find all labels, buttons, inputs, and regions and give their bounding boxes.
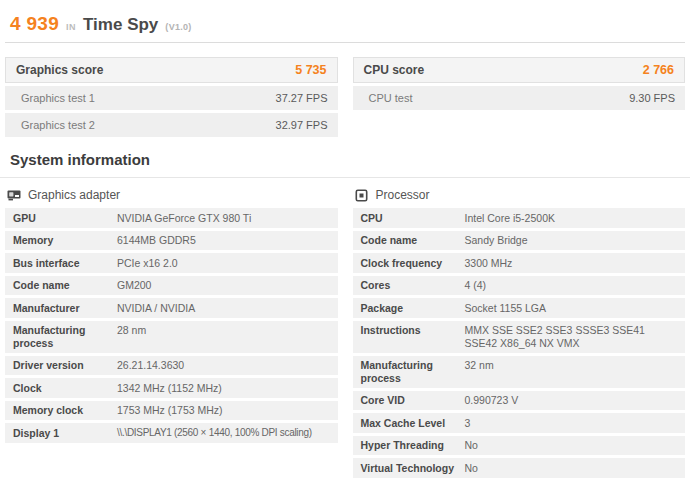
spec-value: 28 nm [117, 324, 330, 349]
spec-value: No [465, 439, 678, 452]
test-label: Graphics test 1 [21, 92, 95, 104]
spec-label: Code name [361, 234, 465, 247]
spec-label: Clock [13, 382, 117, 395]
graphics-adapter-rows: GPU NVIDIA GeForce GTX 980 Ti Memory 614… [5, 208, 338, 443]
spec-row: Instructions MMX SSE SSE2 SSE3 SSSE3 SSE… [353, 321, 686, 353]
spec-label: Max Cache Level [361, 417, 465, 430]
spec-row: Memory clock 1753 MHz (1753 MHz) [5, 401, 338, 421]
cpu-score-box: CPU score 2 766 CPU test 9.30 FPS [353, 57, 686, 137]
overall-score: 4 939 [10, 13, 59, 35]
spec-label: Clock frequency [361, 257, 465, 270]
spec-label: Manufacturing process [361, 359, 465, 384]
spec-row: Cores 4 (4) [353, 276, 686, 296]
spec-row: Package Socket 1155 LGA [353, 298, 686, 318]
spec-value: 26.21.14.3630 [117, 359, 330, 372]
processor-rows: CPU Intel Core i5-2500K Code name Sandy … [353, 208, 686, 478]
cpu-score-title: CPU score [364, 63, 425, 77]
graphics-adapter-title: Graphics adapter [28, 188, 120, 202]
spec-label: Hyper Threading [361, 439, 465, 452]
benchmark-result-page: 4 939 IN Time Spy (V1.0) Graphics score … [0, 0, 690, 480]
spec-row: Clock 1342 MHz (1152 MHz) [5, 378, 338, 398]
result-header: 4 939 IN Time Spy (V1.0) [5, 0, 685, 43]
spec-label: Instructions [361, 324, 465, 349]
spec-value: MMX SSE SSE2 SSE3 SSSE3 SSE41 SSE42 X86_… [465, 324, 678, 349]
spec-value: Sandy Bridge [465, 234, 678, 247]
spec-label: Code name [13, 279, 117, 292]
spec-value: \\.\DISPLAY1 (2560 × 1440, 100% DPI scal… [117, 427, 330, 440]
section-divider [0, 177, 690, 178]
spec-row: Max Cache Level 3 [353, 413, 686, 433]
spec-row: Display 1 \\.\DISPLAY1 (2560 × 1440, 100… [5, 423, 338, 443]
graphics-score-value: 5 735 [295, 63, 326, 77]
spec-label: Manufacturing process [13, 324, 117, 349]
spec-value: 1753 MHz (1753 MHz) [117, 404, 330, 417]
spec-label: Package [361, 302, 465, 315]
graphics-adapter-table: Graphics adapter GPU NVIDIA GeForce GTX … [5, 184, 338, 446]
graphics-score-header: Graphics score 5 735 [5, 57, 338, 83]
spec-value: Socket 1155 LGA [465, 302, 678, 315]
spec-row: Clock frequency 3300 MHz [353, 253, 686, 273]
spec-value: Intel Core i5-2500K [465, 212, 678, 225]
score-test-row: Graphics test 1 37.27 FPS [5, 86, 338, 110]
processor-table: Processor CPU Intel Core i5-2500K Code n… [353, 184, 686, 480]
spec-row: Code name Sandy Bridge [353, 231, 686, 251]
spec-value: 3 [465, 417, 678, 430]
spec-label: Core VID [361, 394, 465, 407]
spec-row: Virtual Technology No [353, 458, 686, 478]
spec-row: Hyper Threading No [353, 436, 686, 456]
cpu-test-rows: CPU test 9.30 FPS [353, 86, 686, 110]
test-fps-value: 37.27 FPS [276, 92, 328, 104]
spec-row: Core VID 0.990723 V [353, 391, 686, 411]
in-label: IN [66, 22, 76, 32]
spec-label: Bus interface [13, 257, 117, 270]
processor-title: Processor [376, 188, 430, 202]
spec-value: 32 nm [465, 359, 678, 384]
cpu-score-value: 2 766 [643, 63, 674, 77]
spec-value: 3300 MHz [465, 257, 678, 270]
spec-label: Driver version [13, 359, 117, 372]
score-boxes: Graphics score 5 735 Graphics test 1 37.… [5, 57, 685, 137]
spec-value: NVIDIA GeForce GTX 980 Ti [117, 212, 330, 225]
spec-label: Memory [13, 234, 117, 247]
spec-label: Cores [361, 279, 465, 292]
score-test-row: Graphics test 2 32.97 FPS [5, 113, 338, 137]
test-label: CPU test [369, 92, 413, 104]
cpu-chip-icon [355, 189, 369, 202]
spec-value: NVIDIA / NVIDIA [117, 302, 330, 315]
spec-row: Driver version 26.21.14.3630 [5, 356, 338, 376]
spec-value: 4 (4) [465, 279, 678, 292]
benchmark-title: Time Spy [83, 15, 158, 35]
test-label: Graphics test 2 [21, 119, 95, 131]
spec-value: PCIe x16 2.0 [117, 257, 330, 270]
spec-row: Memory 6144MB GDDR5 [5, 231, 338, 251]
spec-label: Virtual Technology [361, 462, 465, 475]
graphics-adapter-header: Graphics adapter [5, 184, 338, 208]
spec-value: GM200 [117, 279, 330, 292]
system-information-heading: System information [10, 151, 680, 168]
score-test-row: CPU test 9.30 FPS [353, 86, 686, 110]
spec-label: GPU [13, 212, 117, 225]
cpu-score-header: CPU score 2 766 [353, 57, 686, 83]
test-fps-value: 32.97 FPS [276, 119, 328, 131]
benchmark-version: (V1.0) [165, 22, 191, 32]
spec-label: CPU [361, 212, 465, 225]
test-fps-value: 9.30 FPS [629, 92, 675, 104]
spec-label: Memory clock [13, 404, 117, 417]
spec-row: Manufacturing process 32 nm [353, 356, 686, 388]
processor-header: Processor [353, 184, 686, 208]
spec-row: Code name GM200 [5, 276, 338, 296]
spec-value: 0.990723 V [465, 394, 678, 407]
spec-value: No [465, 462, 678, 475]
graphics-test-rows: Graphics test 1 37.27 FPS Graphics test … [5, 86, 338, 137]
spec-row: GPU NVIDIA GeForce GTX 980 Ti [5, 208, 338, 228]
spec-row: Manufacturer NVIDIA / NVIDIA [5, 298, 338, 318]
spec-row: Manufacturing process 28 nm [5, 321, 338, 353]
system-information-tables: Graphics adapter GPU NVIDIA GeForce GTX … [5, 184, 685, 480]
spec-label: Manufacturer [13, 302, 117, 315]
spec-row: Bus interface PCIe x16 2.0 [5, 253, 338, 273]
graphics-score-box: Graphics score 5 735 Graphics test 1 37.… [5, 57, 338, 137]
spec-value: 6144MB GDDR5 [117, 234, 330, 247]
spec-row: CPU Intel Core i5-2500K [353, 208, 686, 228]
spec-label: Display 1 [13, 427, 117, 440]
spec-value: 1342 MHz (1152 MHz) [117, 382, 330, 395]
